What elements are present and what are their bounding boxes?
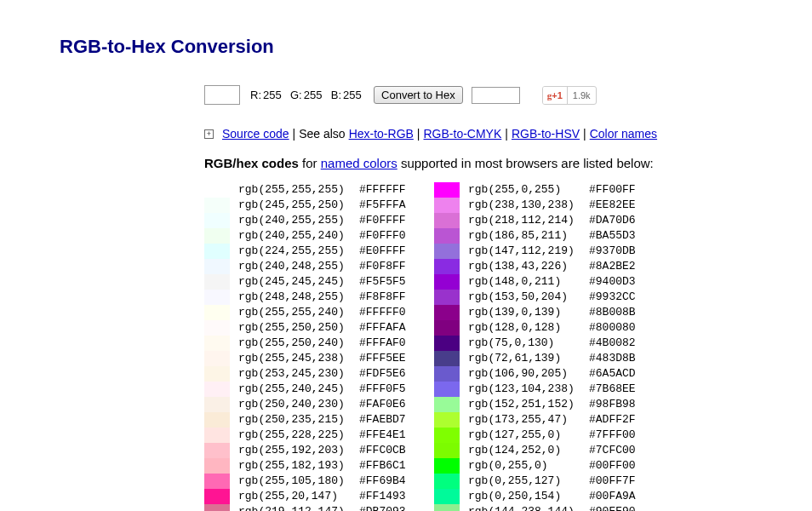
color-row: rgb(139,0,139)#8B008B [434,305,642,320]
hex-to-rgb-link[interactable]: Hex-to-RGB [349,127,414,141]
color-swatch [434,489,460,504]
hex-value: #FFB6C1 [356,458,412,474]
color-swatch [434,504,460,511]
hex-value: #00FA9A [586,489,642,504]
color-swatch [204,366,230,382]
rgb-to-cmyk-link[interactable]: RGB-to-CMYK [424,127,502,141]
hex-value: #7CFC00 [586,443,642,458]
page-title: RGB-to-Hex Conversion [0,0,812,58]
hex-value: #FFF0F5 [356,382,412,397]
hex-value: #483D8B [586,351,642,366]
rgb-value: rgb(238,130,238) [460,198,586,213]
hex-value: #ADFF2F [586,412,642,428]
rgb-value: rgb(128,0,128) [460,320,586,336]
color-row: rgb(255,255,240)#FFFFF0 [204,305,412,320]
hex-value: #F0FFFF [356,213,412,228]
b-input[interactable] [341,89,365,101]
color-swatch [434,382,460,397]
color-row: rgb(127,255,0)#7FFF00 [434,428,642,443]
hex-value: #FFFAFA [356,320,412,336]
color-row: rgb(250,240,230)#FAF0E6 [204,397,412,412]
color-swatch [204,259,230,274]
color-row: rgb(255,20,147)#FF1493 [204,489,412,504]
color-row: rgb(152,251,152)#98FB98 [434,397,642,412]
color-swatch [204,397,230,412]
rgb-value: rgb(240,248,255) [230,259,356,274]
sep: | [583,127,586,141]
color-row: rgb(124,252,0)#7CFC00 [434,443,642,458]
color-swatch [434,412,460,428]
rgb-value: rgb(218,112,214) [460,213,586,228]
hex-value: #00FF7F [586,474,642,489]
hex-value: #FF69B4 [356,474,412,489]
rgb-value: rgb(147,112,219) [460,244,586,259]
g-input[interactable] [302,89,326,101]
hex-value: #4B0082 [586,336,642,351]
hex-value: #7B68EE [586,382,642,397]
rgb-value: rgb(219,112,147) [230,504,356,511]
hex-output [472,87,520,104]
color-row: rgb(128,0,128)#800080 [434,320,642,336]
r-label: R: [249,89,261,101]
description: RGB/hex codes for named colors supported… [204,156,766,170]
hex-value: #BA55D3 [586,228,642,244]
convert-row: R: G: B: Convert to Hex g+1 1.9k [204,85,766,105]
color-row: rgb(240,255,255)#F0FFFF [204,213,412,228]
source-code-link[interactable]: Source code [222,127,289,141]
expand-icon[interactable]: + [204,129,214,139]
rgb-value: rgb(173,255,47) [460,412,586,428]
rgb-value: rgb(255,182,193) [230,458,356,474]
named-colors-link[interactable]: named colors [321,156,397,170]
hex-value: #FAF0E6 [356,397,412,412]
rgb-value: rgb(255,0,255) [460,182,586,198]
r-input[interactable] [261,89,285,101]
rgb-value: rgb(0,255,127) [460,474,586,489]
hex-value: #9400D3 [586,274,642,290]
color-swatch [434,397,460,412]
color-swatch [204,320,230,336]
hex-value: #F0FFF0 [356,228,412,244]
hex-value: #FFF5EE [356,351,412,366]
hex-value: #FFFFFF [356,182,412,198]
gplus-widget[interactable]: g+1 1.9k [542,86,597,105]
rgb-value: rgb(255,192,203) [230,443,356,458]
hex-value: #FFC0CB [356,443,412,458]
color-row: rgb(173,255,47)#ADFF2F [434,412,642,428]
color-swatch [434,428,460,443]
color-swatch [204,489,230,504]
color-row: rgb(148,0,211)#9400D3 [434,274,642,290]
sep: | [505,127,508,141]
rgb-value: rgb(144,238,144) [460,504,586,511]
color-swatch [204,474,230,489]
color-swatch [204,428,230,443]
rgb-value: rgb(127,255,0) [460,428,586,443]
color-swatch [204,274,230,290]
color-row: rgb(218,112,214)#DA70D6 [434,213,642,228]
rgb-value: rgb(0,255,0) [460,458,586,474]
color-row: rgb(153,50,204)#9932CC [434,290,642,305]
color-swatch [434,182,460,198]
color-swatch [434,244,460,259]
color-table: rgb(255,255,255)#FFFFFFrgb(245,255,250)#… [204,182,766,511]
color-row: rgb(255,240,245)#FFF0F5 [204,382,412,397]
rgb-value: rgb(245,255,250) [230,198,356,213]
rgb-value: rgb(152,251,152) [460,397,586,412]
rgb-to-hsv-link[interactable]: RGB-to-HSV [512,127,580,141]
color-row: rgb(240,248,255)#F0F8FF [204,259,412,274]
sep: | See also [293,127,346,141]
convert-button[interactable]: Convert to Hex [374,86,463,104]
color-row: rgb(245,245,245)#F5F5F5 [204,274,412,290]
hex-value: #F8F8FF [356,290,412,305]
color-swatch [204,244,230,259]
color-swatch [434,474,460,489]
rgb-value: rgb(153,50,204) [460,290,586,305]
color-names-link[interactable]: Color names [590,127,657,141]
color-row: rgb(238,130,238)#EE82EE [434,198,642,213]
color-swatch [434,228,460,244]
hex-value: #FFFFF0 [356,305,412,320]
color-swatch [204,458,230,474]
hex-value: #00FF00 [586,458,642,474]
hex-value: #800080 [586,320,642,336]
b-label: B: [329,89,341,101]
color-swatch [434,213,460,228]
